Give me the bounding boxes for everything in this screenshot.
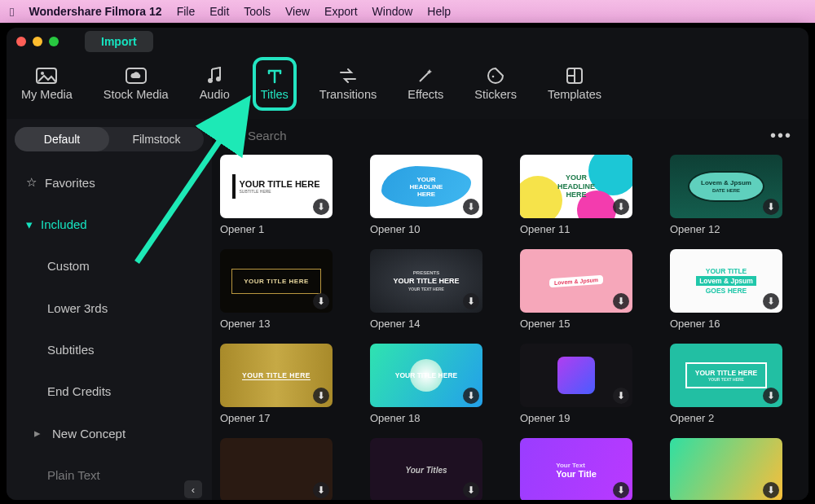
main-panel: 🔍 ••• YOUR TITLE HERESUBTITLE HERE⬇ Open… [212, 119, 808, 500]
title-thumbnail: YOUR TITLE HERESUBTITLE HERE⬇ [220, 155, 333, 218]
sidebar-item-lower-3rds[interactable]: Lower 3rds [15, 289, 204, 326]
download-icon[interactable]: ⬇ [613, 388, 629, 404]
title-card[interactable]: YOURHEADLINEHERE⬇ Opener 11 [520, 155, 650, 249]
title-card[interactable]: ⬇ Opener 19 [520, 344, 650, 438]
title-thumbnail: ⬇ [520, 344, 632, 407]
tab-label: Stock Media [104, 88, 169, 101]
wand-icon [414, 67, 437, 85]
text-icon [263, 67, 286, 85]
import-button[interactable]: Import [85, 31, 153, 52]
primary-tab-bar: My Media Stock Media Audio Titles Transi… [7, 55, 808, 119]
download-icon[interactable]: ⬇ [613, 199, 629, 215]
apple-menu-icon[interactable]:  [10, 5, 14, 19]
download-icon[interactable]: ⬇ [313, 482, 329, 498]
title-thumbnail: YOUR TITLE HERE⬇ [220, 249, 333, 313]
download-icon[interactable]: ⬇ [313, 293, 329, 309]
download-icon[interactable]: ⬇ [613, 482, 629, 498]
title-label: Opener 16 [670, 318, 800, 330]
tab-transitions[interactable]: Transitions [316, 62, 380, 106]
tab-stock-media[interactable]: Stock Media [100, 62, 172, 106]
title-thumbnail: Your Titles⬇ [370, 438, 482, 500]
search-row: 🔍 ••• [212, 119, 808, 151]
sidebar-item-favorites[interactable]: ☆ Favorites [15, 164, 204, 201]
sidebar-item-end-credits[interactable]: End Credits [15, 373, 204, 410]
title-label: Opener 14 [370, 318, 500, 330]
star-icon: ☆ [26, 175, 37, 190]
title-card[interactable]: YOUR TITLE HERE⬇ Opener 13 [220, 249, 350, 344]
layout-icon [563, 67, 586, 85]
sidebar-item-label: New Concept [52, 427, 126, 440]
title-thumbnail: YOUR TITLE HERE⬇ [220, 344, 333, 407]
sidebar-item-label: Custom [47, 259, 90, 273]
svg-point-1 [41, 72, 44, 75]
tab-my-media[interactable]: My Media [18, 62, 76, 106]
title-label: Opener 1 [220, 223, 350, 235]
app-name[interactable]: Wondershare Filmora 12 [29, 5, 161, 18]
menu-help[interactable]: Help [427, 5, 451, 18]
minimize-window-button[interactable] [33, 37, 42, 46]
title-thumbnail: YOUR TITLE HERE⬇ [370, 344, 482, 407]
sidebar-item-subtitles[interactable]: Subtitles [15, 331, 204, 368]
music-note-icon [203, 67, 226, 85]
sidebar-item-new-concept[interactable]: ▸New Concept [15, 414, 204, 451]
download-icon[interactable]: ⬇ [463, 482, 479, 498]
title-label: Opener 2 [670, 412, 800, 424]
download-icon[interactable]: ⬇ [463, 199, 479, 215]
zoom-window-button[interactable] [49, 37, 59, 46]
title-card[interactable]: YOUR TITLE HERESUBTITLE HERE⬇ Opener 1 [220, 155, 350, 249]
title-card[interactable]: YOUR TITLE HERE⬇ Opener 17 [220, 344, 350, 438]
tab-audio[interactable]: Audio [196, 62, 233, 106]
source-segmented-control[interactable]: Default Filmstock [15, 127, 204, 151]
title-card[interactable]: ⬇ [670, 438, 800, 500]
title-card[interactable]: Lovem & JpsumDATE HERE⬇ Opener 12 [670, 155, 800, 249]
download-icon[interactable]: ⬇ [763, 199, 779, 215]
title-card[interactable]: ⬇ [220, 438, 350, 500]
download-icon[interactable]: ⬇ [763, 482, 779, 498]
download-icon[interactable]: ⬇ [463, 293, 479, 309]
sidebar-item-custom[interactable]: Custom [15, 248, 204, 284]
menu-edit[interactable]: Edit [209, 5, 229, 18]
download-icon[interactable]: ⬇ [763, 388, 779, 404]
search-icon: 🔍 [223, 128, 240, 143]
download-icon[interactable]: ⬇ [463, 388, 479, 404]
title-thumbnail: Your TextYour Title⬇ [520, 438, 632, 500]
menu-view[interactable]: View [285, 5, 310, 18]
chevron-right-icon: ▸ [34, 426, 41, 440]
tab-templates[interactable]: Templates [544, 62, 605, 106]
download-icon[interactable]: ⬇ [613, 293, 629, 309]
title-card[interactable]: Your Titles⬇ [370, 438, 500, 500]
download-icon[interactable]: ⬇ [313, 199, 329, 215]
title-card[interactable]: YOUR TITLE HEREYOUR TEXT HERE⬇ Opener 2 [670, 344, 800, 438]
title-card[interactable]: YOUR TITLE HERE⬇ Opener 18 [370, 344, 500, 438]
search-input[interactable] [248, 129, 757, 142]
title-card[interactable]: PRESENTSYOUR TITLE HEREYOUR TEXT HERE⬇ O… [370, 249, 500, 344]
menu-tools[interactable]: Tools [244, 5, 271, 18]
tab-label: My Media [21, 88, 73, 101]
title-label: Opener 18 [370, 412, 500, 424]
segment-default[interactable]: Default [15, 127, 109, 151]
svg-point-5 [492, 76, 495, 78]
title-card[interactable]: YOUR TITLELovem & JpsumGOES HERE⬇ Opener… [670, 249, 800, 344]
download-icon[interactable]: ⬇ [313, 388, 329, 404]
title-thumbnail: Lovem & JpsumDATE HERE⬇ [670, 155, 782, 218]
close-window-button[interactable] [16, 37, 26, 46]
chevron-down-icon: ▾ [26, 217, 33, 232]
more-menu-button[interactable]: ••• [765, 126, 797, 145]
collapse-sidebar-button[interactable]: ‹ [184, 480, 202, 498]
title-card[interactable]: Your TextYour Title⬇ [520, 438, 650, 500]
title-card[interactable]: YOURHEADLINEHERE⬇ Opener 10 [370, 155, 500, 249]
title-grid: YOUR TITLE HERESUBTITLE HERE⬇ Opener 1 Y… [212, 151, 808, 500]
download-icon[interactable]: ⬇ [763, 293, 779, 309]
menu-window[interactable]: Window [372, 5, 413, 18]
menu-export[interactable]: Export [324, 5, 357, 18]
title-thumbnail: Lovem & Jpsum⬇ [520, 249, 632, 313]
sidebar-group-included[interactable]: ▾ Included [15, 206, 204, 243]
tab-effects[interactable]: Effects [404, 62, 447, 106]
menu-file[interactable]: File [177, 5, 196, 18]
tab-titles[interactable]: Titles [258, 62, 292, 106]
tab-label: Titles [261, 88, 289, 101]
title-thumbnail: YOUR TITLELovem & JpsumGOES HERE⬇ [670, 249, 782, 313]
title-card[interactable]: Lovem & Jpsum⬇ Opener 15 [520, 249, 650, 344]
tab-stickers[interactable]: Stickers [471, 62, 520, 106]
segment-filmstock[interactable]: Filmstock [109, 127, 204, 151]
